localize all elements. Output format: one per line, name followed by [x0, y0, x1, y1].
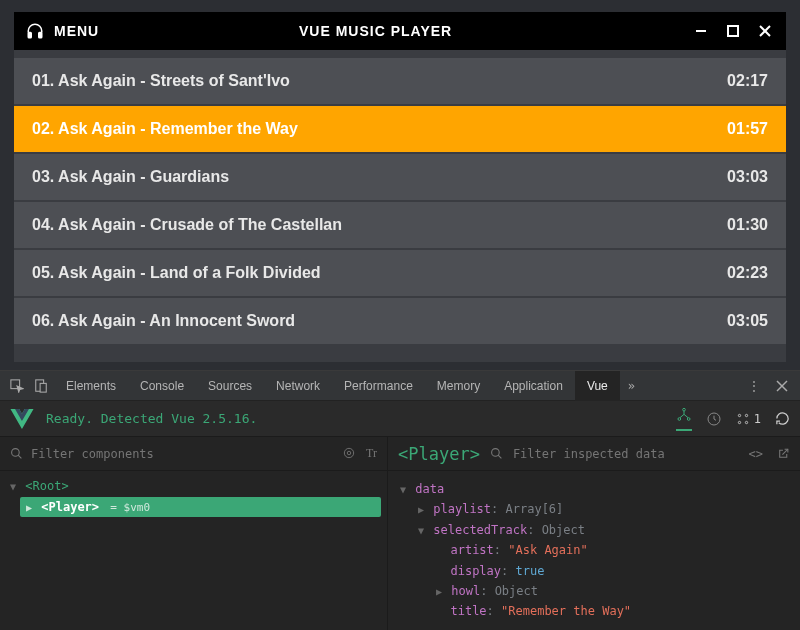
prop-row[interactable]: artist: "Ask Again"	[400, 540, 788, 560]
devtools-menu-icon[interactable]: ⋮	[740, 379, 768, 393]
svg-rect-3	[728, 26, 738, 36]
svg-line-20	[18, 455, 21, 458]
component-tree-pane: Tr ▼ <Root> ▶ <Player> = $vm0	[0, 437, 388, 630]
prop-row[interactable]: ▼ selectedTrack: Object	[400, 520, 788, 540]
track-title: 03. Ask Again - Guardians	[32, 168, 229, 186]
inspector-header: <Player> <>	[388, 437, 800, 471]
events-tab-icon[interactable]: 1	[736, 412, 761, 426]
devtools-tab-console[interactable]: Console	[128, 371, 196, 401]
window-controls	[692, 22, 774, 40]
device-toggle-icon[interactable]	[30, 375, 52, 397]
filter-inspected-input[interactable]	[513, 447, 739, 461]
svg-line-24	[498, 455, 501, 458]
svg-point-16	[745, 414, 747, 416]
track-title: 04. Ask Again - Crusade of The Castellan	[32, 216, 342, 234]
inspector-title: <Player>	[398, 444, 480, 464]
playlist-track[interactable]: 06. Ask Again - An Innocent Sword03:05	[14, 298, 786, 344]
headphones-icon	[26, 22, 44, 40]
vm-ref: = $vm0	[110, 501, 150, 514]
svg-point-23	[492, 449, 500, 457]
menu-button[interactable]: MENU	[54, 23, 99, 39]
svg-point-19	[12, 449, 20, 457]
search-icon	[490, 447, 503, 460]
vue-logo-icon	[10, 409, 34, 429]
svg-rect-1	[39, 33, 42, 38]
vue-devtools-toolbar: Ready. Detected Vue 2.5.16. 1	[0, 401, 800, 437]
devtools-panel: ElementsConsoleSourcesNetworkPerformance…	[0, 370, 800, 630]
inspector-body: ▼ data ▶ playlist: Array[6] ▼ selectedTr…	[388, 471, 800, 630]
prop-row[interactable]: display: true	[400, 561, 788, 581]
svg-point-22	[347, 451, 351, 455]
minimize-button[interactable]	[692, 22, 710, 40]
close-button[interactable]	[756, 22, 774, 40]
more-tabs-icon[interactable]: »	[622, 379, 641, 393]
player-tag: <Player>	[41, 500, 99, 514]
track-duration: 01:30	[727, 216, 768, 234]
track-duration: 03:03	[727, 168, 768, 186]
devtools-tab-memory[interactable]: Memory	[425, 371, 492, 401]
svg-rect-8	[40, 383, 46, 392]
playlist-track[interactable]: 04. Ask Again - Crusade of The Castellan…	[14, 202, 786, 248]
devtools-tabbar: ElementsConsoleSourcesNetworkPerformance…	[0, 371, 800, 401]
vuex-tab-icon[interactable]	[706, 411, 722, 427]
filter-components-input[interactable]	[31, 447, 334, 461]
track-title: 06. Ask Again - An Innocent Sword	[32, 312, 295, 330]
track-title: 01. Ask Again - Streets of Sant'Ivo	[32, 72, 290, 90]
track-duration: 01:57	[727, 120, 768, 138]
inspector-pane: <Player> <> ▼ data ▶ playlist: Array[6] …	[388, 437, 800, 630]
svg-point-15	[738, 414, 740, 416]
track-title: 02. Ask Again - Remember the Way	[32, 120, 298, 138]
devtools-tab-application[interactable]: Application	[492, 371, 575, 401]
svg-point-18	[745, 421, 747, 423]
inspect-element-icon[interactable]	[6, 375, 28, 397]
components-tab-icon[interactable]	[676, 407, 692, 431]
target-icon[interactable]	[342, 446, 356, 461]
svg-rect-0	[28, 33, 31, 38]
data-section[interactable]: ▼ data	[400, 479, 788, 499]
search-icon	[10, 447, 23, 460]
playlist-track[interactable]: 03. Ask Again - Guardians03:03	[14, 154, 786, 200]
devtools-tab-vue[interactable]: Vue	[575, 371, 620, 401]
prop-row[interactable]: title: "Remember the Way"	[400, 601, 788, 621]
devtools-tab-sources[interactable]: Sources	[196, 371, 264, 401]
prop-row[interactable]: ▶ playlist: Array[6]	[400, 499, 788, 519]
svg-point-11	[682, 408, 685, 411]
svg-point-12	[678, 417, 681, 420]
refresh-icon[interactable]	[775, 411, 790, 426]
events-count: 1	[754, 412, 761, 426]
svg-point-17	[738, 421, 740, 423]
music-player-window: MENU VUE MUSIC PLAYER 01. Ask Again - St…	[14, 12, 786, 362]
prop-row[interactable]: ▶ howl: Object	[400, 581, 788, 601]
svg-point-13	[687, 417, 690, 420]
caret-down-icon: ▼	[10, 481, 16, 492]
svg-point-21	[344, 448, 353, 457]
app-title: VUE MUSIC PLAYER	[99, 23, 692, 39]
devtools-close-icon[interactable]	[770, 380, 794, 392]
titlebar: MENU VUE MUSIC PLAYER	[14, 12, 786, 50]
caret-right-icon: ▶	[26, 502, 32, 513]
playlist-track[interactable]: 05. Ask Again - Land of a Folk Divided02…	[14, 250, 786, 296]
format-icon[interactable]: Tr	[366, 446, 377, 461]
vue-status-text: Ready. Detected Vue 2.5.16.	[46, 411, 257, 426]
playlist: 01. Ask Again - Streets of Sant'Ivo02:17…	[14, 50, 786, 362]
root-tag: <Root>	[25, 479, 68, 493]
track-duration: 03:05	[727, 312, 768, 330]
devtools-tab-elements[interactable]: Elements	[54, 371, 128, 401]
open-external-icon[interactable]	[777, 447, 790, 461]
track-duration: 02:23	[727, 264, 768, 282]
maximize-button[interactable]	[724, 22, 742, 40]
component-tree: ▼ <Root> ▶ <Player> = $vm0	[0, 471, 387, 523]
tree-root-node[interactable]: ▼ <Root>	[6, 477, 381, 495]
track-duration: 02:17	[727, 72, 768, 90]
devtools-tab-performance[interactable]: Performance	[332, 371, 425, 401]
tree-player-node[interactable]: ▶ <Player> = $vm0	[20, 497, 381, 517]
track-title: 05. Ask Again - Land of a Folk Divided	[32, 264, 321, 282]
code-icon[interactable]: <>	[749, 447, 763, 461]
devtools-tab-network[interactable]: Network	[264, 371, 332, 401]
filter-components-bar: Tr	[0, 437, 387, 471]
playlist-track[interactable]: 02. Ask Again - Remember the Way01:57	[14, 106, 786, 152]
playlist-track[interactable]: 01. Ask Again - Streets of Sant'Ivo02:17	[14, 58, 786, 104]
